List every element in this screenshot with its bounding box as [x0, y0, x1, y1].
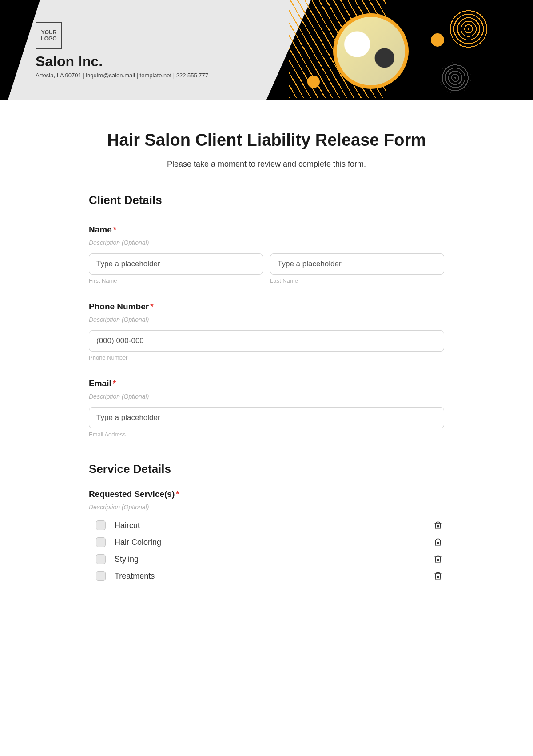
service-option-label: Hair Coloring: [115, 538, 425, 547]
service-option-row: Hair Coloring: [89, 534, 444, 551]
header-decor-dots-orange: [449, 9, 489, 49]
field-label-phone: Phone Number*: [89, 302, 444, 312]
field-email: Email* Description (Optional) Email Addr…: [89, 379, 444, 438]
first-name-sublabel: First Name: [89, 277, 263, 284]
last-name-input[interactable]: [270, 253, 444, 275]
phone-sublabel: Phone Number: [89, 354, 444, 361]
checkbox[interactable]: [96, 571, 106, 581]
trash-icon[interactable]: [434, 571, 442, 581]
field-label-services: Requested Service(s)*: [89, 489, 444, 499]
label-text: Email: [89, 379, 111, 388]
section-heading-client: Client Details: [89, 193, 444, 207]
service-option-row: Haircut: [89, 517, 444, 534]
company-name: Salon Inc.: [36, 53, 208, 70]
logo-placeholder: YOUR LOGO: [36, 22, 62, 49]
first-name-input[interactable]: [89, 253, 263, 275]
phone-input[interactable]: [89, 330, 444, 352]
required-marker: *: [176, 489, 179, 499]
service-option-label: Haircut: [115, 521, 425, 530]
email-input[interactable]: [89, 407, 444, 428]
required-marker: *: [113, 379, 116, 388]
service-option-label: Treatments: [115, 572, 425, 581]
document-header: YOUR LOGO Salon Inc. Artesia, LA 90701 |…: [0, 0, 533, 100]
services-checklist: Haircut Hair Coloring Styling Treatments: [89, 517, 444, 584]
checkbox[interactable]: [96, 537, 106, 547]
header-photo-circle: [333, 13, 409, 89]
field-label-name: Name*: [89, 225, 444, 235]
trash-icon[interactable]: [434, 537, 442, 547]
form-container: Hair Salon Client Liability Release Form…: [44, 100, 489, 602]
form-subtitle: Please take a moment to review and compl…: [89, 160, 444, 169]
last-name-col: Last Name: [270, 253, 444, 284]
required-marker: *: [150, 302, 153, 311]
field-name: Name* Description (Optional) First Name …: [89, 225, 444, 284]
checkbox[interactable]: [96, 520, 106, 530]
header-decor-small-circle-1: [431, 33, 444, 47]
service-option-label: Styling: [115, 555, 425, 564]
name-input-row: First Name Last Name: [89, 253, 444, 284]
field-desc-services: Description (Optional): [89, 504, 444, 511]
field-label-email: Email*: [89, 379, 444, 388]
trash-icon[interactable]: [434, 554, 442, 564]
email-col: Email Address: [89, 407, 444, 438]
service-option-row: Treatments: [89, 568, 444, 584]
label-text: Requested Service(s): [89, 489, 175, 499]
phone-col: Phone Number: [89, 330, 444, 361]
field-desc-name: Description (Optional): [89, 239, 444, 246]
section-heading-service: Service Details: [89, 462, 444, 476]
service-option-row: Styling: [89, 551, 444, 568]
header-decor-dots-gray: [440, 62, 471, 93]
first-name-col: First Name: [89, 253, 263, 284]
trash-icon[interactable]: [434, 520, 442, 530]
email-input-row: Email Address: [89, 407, 444, 438]
field-desc-phone: Description (Optional): [89, 316, 444, 323]
last-name-sublabel: Last Name: [270, 277, 444, 284]
label-text: Phone Number: [89, 302, 149, 311]
required-marker: *: [113, 225, 116, 234]
email-sublabel: Email Address: [89, 431, 444, 438]
phone-input-row: Phone Number: [89, 330, 444, 361]
header-decor-left: [0, 0, 40, 100]
field-phone: Phone Number* Description (Optional) Pho…: [89, 302, 444, 361]
header-decor-small-circle-2: [307, 76, 320, 88]
checkbox[interactable]: [96, 554, 106, 564]
logo-area: YOUR LOGO Salon Inc. Artesia, LA 90701 |…: [36, 22, 208, 79]
form-title: Hair Salon Client Liability Release Form: [89, 131, 444, 150]
field-desc-email: Description (Optional): [89, 393, 444, 400]
field-services: Requested Service(s)* Description (Optio…: [89, 489, 444, 584]
company-meta: Artesia, LA 90701 | inquire@salon.mail |…: [36, 72, 208, 79]
label-text: Name: [89, 225, 112, 234]
